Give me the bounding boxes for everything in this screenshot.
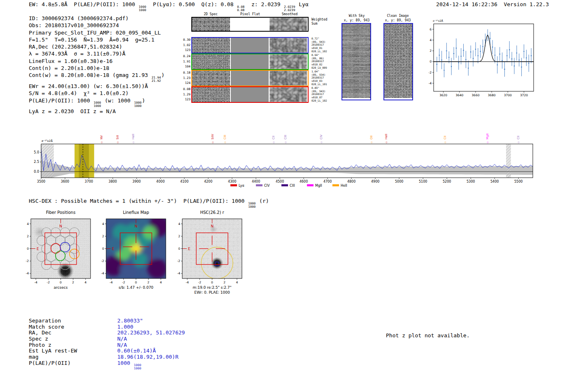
line-marker-label: HeII [132,134,135,139]
match-row-value: 2.80033" [117,318,143,324]
cutout-xlabel: m:19.0 re:2.5" s:2.7" [193,285,231,290]
match-table-row-1: Match score1.000 [29,324,185,330]
lineflux-map-panel: NE-4-4-2-2002244Lineflux Maps/b: 1.47 +/… [94,208,170,300]
match-table-row-0: Separation2.80033" [29,318,185,324]
svg-text:5.0: 5.0 [34,151,39,154]
svg-text:3620: 3620 [439,93,447,97]
match-row-label: Spec z [29,336,117,342]
svg-text:2: 2 [27,234,29,238]
svg-text:(): () [517,141,520,143]
compass-north-label: N [135,224,137,228]
info-line-8: Cont(w) = 8.20(±0.08)e-18 (gmag 21.93 21… [29,72,165,83]
spec2d-image [192,18,230,31]
info-line-11: P(LAE)/P(OII): 1000 10001000 (w: 1000 10… [29,97,165,108]
svg-text:-4: -4 [109,281,113,284]
cutout-title: Fiber Positions [46,210,76,215]
svg-text:(): () [284,141,287,143]
svg-text:0: 0 [211,281,213,284]
pixel-flat-image [231,71,269,86]
with-sky-image [341,23,371,100]
legend-label: CIII [290,184,295,188]
spec2d-col-header-1: Pixel Flat [231,12,269,16]
match-row-value: 0.60(±0.14)Å [117,348,156,354]
stacked-fraction: 10001000 [94,101,101,108]
svg-text:4: 4 [236,281,238,284]
svg-text:5500: 5500 [514,180,523,183]
svg-text:3700: 3700 [504,93,512,97]
match-row-label: P(LAE)/P(OII) [29,360,117,366]
detection-info-block: ID: 3000692374 (3000692374.pdf)Obs: 2018… [29,15,165,115]
spec2d-row-3: 0.181.231241.64"(89, 934)20180317v010_03… [191,70,309,86]
compass-north-label: N [211,224,214,228]
stacked-fraction: 2.02392.0239 [284,5,295,12]
svg-text:4000: 4000 [156,180,165,183]
svg-text:0.0: 0.0 [34,170,39,174]
match-table-row-6: mag18.96(18.92,19.00)R [29,354,185,360]
svg-text:4700: 4700 [323,180,332,183]
svg-text:(): () [385,141,388,143]
svg-text:(): () [211,141,214,143]
match-row-value: 18.96(18.92,19.00)R [117,354,179,360]
svg-text:e⁻¹⁷x2Å: e⁻¹⁷x2Å [42,139,53,143]
line-marker-label: NV [100,135,103,139]
info-line-12: LyA z = 2.0230 OII z = N/A [29,108,165,115]
info-line-1: Obs: 20180317v010_3000692374 [29,22,165,29]
match-row-label: RA, Dec [29,329,117,336]
svg-text:-4: -4 [186,281,189,284]
spec2d-row-left-label: 0.241.91104 [180,54,190,70]
spec2d-image [192,54,230,69]
info-line-0: ID: 3000692374 (3000692374.pdf) [29,15,165,22]
svg-text:3680: 3680 [488,93,496,97]
pixel-flat-image [231,87,269,102]
smoothed-image [269,18,307,31]
spec2d-row-1: 0.301.021230.72"(89, 943)20180317v010_01… [191,37,309,53]
svg-text:2: 2 [102,234,104,238]
line-marker-label: CIII [284,135,287,139]
compass-north-label: N [59,224,62,228]
spec2d-row-right-label: 0.72"(89, 943)20180317v010_01020_LL_102 [311,37,337,53]
svg-text:4: 4 [27,222,29,226]
svg-text:-4: -4 [177,271,181,275]
cutout-title: HSC(26.2) r [200,210,224,215]
svg-text:4: 4 [430,38,432,42]
spec2d-row-images [191,17,309,32]
svg-text:0: 0 [430,60,432,63]
spec2d-image [192,38,230,53]
line-marker-label: OII [370,135,373,139]
svg-text:4: 4 [160,281,162,284]
svg-text:4: 4 [85,281,87,284]
spec2d-row-right-label: 0.89"(89, 943)20180317v010_07020_LL_102 [311,86,337,102]
svg-text:-4: -4 [429,81,432,85]
stacked-fraction: 0.080.08 [237,5,244,12]
line-marker-label: HeII [385,134,388,139]
svg-text:5300: 5300 [467,180,475,183]
svg-text:(): () [224,141,226,143]
svg-text:(): () [132,141,135,143]
spec2d-col-header-0: 2D Spec [191,12,230,16]
info-line-10: S/N = 4.8(±0.4) χ² = 1.0(±0.2) [29,90,165,97]
line-marker-label: CII [272,136,275,139]
clean-image [383,23,413,100]
svg-text:3800: 3800 [109,180,117,183]
spec2d-col-header-2: Smoothed [270,12,309,16]
pixel-flat-image [231,38,269,53]
stacked-fraction: 10001000 [139,5,146,12]
svg-text:0: 0 [135,281,137,284]
line-marker-label: CII [444,136,447,139]
spec2d-row-right-label: 1.64"(89, 934)20180317v010_03020_LL_101 [311,70,337,86]
stacked-fraction: 10001000 [134,101,142,108]
sky-image-title-1: Clean Imagex, y: 89, 943 [378,14,418,23]
svg-text:(): () [272,141,275,143]
hsc-cutout-panel: NE-4-4-2-2002244HSC(26.2) rm:19.0 re:2.5… [170,208,246,300]
svg-text:4400: 4400 [252,180,260,183]
match-table: Separation2.80033"Match score1.000RA, De… [29,318,185,366]
smoothed-image [269,71,307,86]
svg-text:6: 6 [430,28,432,31]
svg-text:(): () [444,141,446,143]
svg-text:-4: -4 [26,271,29,275]
compass-east-label: E [37,247,39,251]
svg-text:3900: 3900 [132,180,141,183]
spec2d-row-0: WeightedSum [191,17,309,32]
svg-text:-2: -2 [429,71,432,74]
stacked-fraction: 21.9421.92 [151,76,161,83]
